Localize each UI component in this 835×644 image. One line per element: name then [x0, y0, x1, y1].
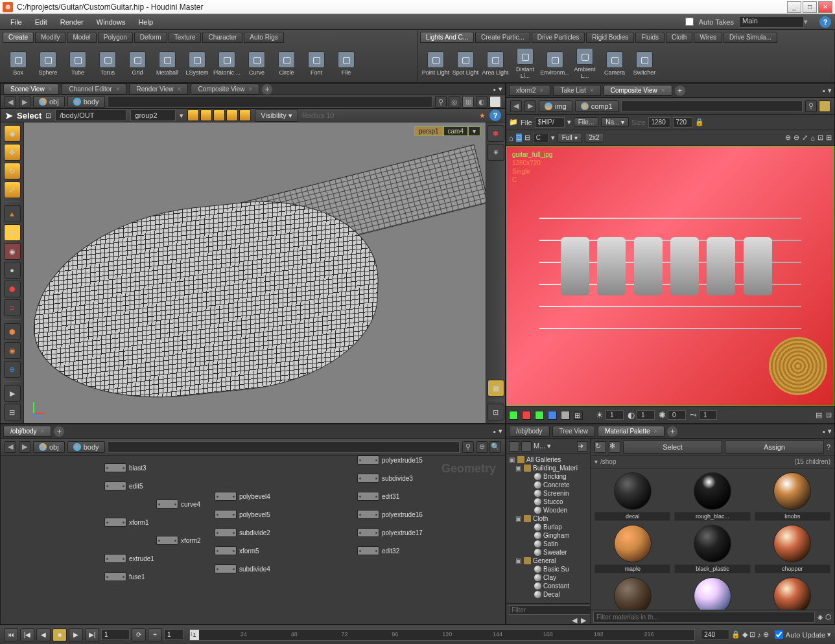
layout-icon[interactable]: ▦ — [488, 380, 504, 397]
render-icon[interactable]: ▶ — [4, 385, 21, 402]
tree-item[interactable]: Bricking — [506, 472, 590, 481]
timeline[interactable]: 1 124487296120144168192216 — [189, 629, 695, 641]
shelf-tool[interactable]: ▢LSystem — [183, 47, 211, 80]
stop-button[interactable]: ■ — [53, 628, 67, 641]
add-tab-button[interactable]: + — [675, 86, 685, 96]
shelf-tool[interactable]: ▢Font — [302, 47, 331, 80]
crumb-obj[interactable]: obj — [33, 96, 65, 108]
pin-icon[interactable]: ⚲ — [462, 441, 474, 453]
tree-item[interactable]: Wooden — [506, 506, 590, 514]
snap-icon[interactable]: ⬣ — [4, 281, 21, 297]
zoom-icon[interactable]: ⊡ — [516, 133, 522, 142]
contrast-field[interactable]: 1 — [637, 410, 655, 420]
swatch-more[interactable]: ⊞ — [574, 411, 583, 420]
shelf-tool[interactable]: ▢Grid — [123, 47, 152, 80]
crumb-body[interactable]: body — [67, 96, 105, 108]
tree-item[interactable]: Sweater — [506, 548, 590, 557]
tab-obj-body[interactable]: /obj/body — [509, 426, 550, 437]
material-filter-input[interactable] — [593, 612, 815, 623]
tab-take-list[interactable]: Take List× — [553, 85, 600, 96]
network-node[interactable]: subdivide3 — [357, 474, 413, 483]
group-menu-icon[interactable]: ▾ — [180, 111, 183, 120]
menu-edit[interactable]: Edit — [29, 16, 54, 28]
up-arrow-icon[interactable]: ▲ — [4, 205, 21, 222]
shelf-tab[interactable]: Rigid Bodies — [586, 32, 634, 43]
tab-channel-editor[interactable]: Channel Editor× — [62, 84, 126, 95]
tree-item[interactable]: Burlap — [506, 523, 590, 531]
lighting-icon[interactable]: ☀ — [488, 144, 504, 161]
magnet-icon[interactable]: ⊃ — [4, 299, 21, 316]
menu-help[interactable]: Help — [132, 16, 159, 28]
tree-item[interactable]: Constant — [506, 582, 590, 590]
forward-icon[interactable]: ▶ — [19, 441, 30, 453]
swatch-blue[interactable] — [548, 411, 557, 420]
tree-item[interactable]: Screenin — [506, 489, 590, 498]
ghost-icon[interactable]: ◎ — [449, 96, 460, 108]
shelf-tab[interactable]: Polygon — [98, 32, 133, 43]
pin-icon[interactable]: ⚲ — [435, 96, 447, 108]
shelf-tool[interactable]: ▢Environm... — [541, 47, 569, 80]
start-frame-field[interactable]: 1 — [101, 629, 130, 640]
opt-icon-3[interactable]: ⤢ — [802, 133, 808, 142]
white-swatch[interactable] — [489, 96, 501, 108]
tree-item[interactable]: Basic Su — [506, 565, 590, 573]
gamma-field[interactable]: 0 — [668, 410, 686, 420]
shelf-tool[interactable]: ▢Area Light — [481, 47, 510, 80]
take-menu-icon[interactable]: ▾ — [804, 17, 814, 26]
mat-box-icon[interactable]: ◈ — [817, 613, 823, 621]
swatch-alpha[interactable] — [561, 411, 570, 420]
na-dropdown[interactable]: Na... ▾ — [601, 117, 629, 127]
file-menu-label[interactable]: File — [521, 119, 532, 126]
material-cell[interactable]: black_plastic — [674, 525, 750, 573]
prev-key-button[interactable]: |◀ — [20, 628, 34, 641]
pane-menu-icon[interactable]: ▾ — [828, 427, 832, 435]
move-tool-icon[interactable]: ✥ — [4, 144, 21, 161]
select-tool-icon[interactable]: ➤ — [4, 224, 21, 241]
pane-menu-icon[interactable]: ▾ — [828, 86, 832, 95]
tree-item[interactable]: Decal — [506, 590, 590, 599]
chan-menu[interactable]: ▾ — [551, 133, 555, 142]
crumb-comp1[interactable]: comp1 — [575, 100, 618, 112]
tree-group[interactable]: ▣General — [506, 557, 590, 565]
grid-2x2[interactable]: 2x2 — [585, 133, 604, 143]
first-frame-button[interactable]: ⏮ — [4, 628, 18, 641]
visibility-dropdown[interactable]: Visibility ▾ — [255, 109, 298, 122]
tab-tree-view[interactable]: Tree View — [552, 426, 595, 437]
network-node[interactable]: xform1 — [104, 518, 149, 527]
menu-file[interactable]: File — [4, 16, 29, 28]
shop-path[interactable]: /shop — [600, 458, 616, 465]
opt-icon-5[interactable]: ⊡ — [817, 133, 823, 142]
expand-icon[interactable]: ▾ — [594, 458, 598, 465]
network-node[interactable]: extrude1 — [104, 554, 154, 563]
link-icon[interactable]: ⊞ — [819, 100, 830, 112]
tab-render-view[interactable]: Render View× — [129, 84, 188, 95]
update-menu-icon[interactable]: ▾ — [827, 630, 831, 639]
wireframe-icon[interactable]: ⊞ — [462, 96, 474, 108]
play-button[interactable]: ▶ — [69, 628, 83, 641]
handle-icon[interactable]: ⊕ — [4, 361, 21, 378]
shelf-tab[interactable]: Lights And C... — [420, 32, 474, 43]
view-tool-icon[interactable]: ◆ — [4, 125, 21, 142]
tab-material-palette[interactable]: Material Palette× — [598, 426, 664, 437]
browse-icon[interactable]: ▾ — [567, 118, 571, 126]
shelf-tab[interactable]: Texture — [169, 32, 202, 43]
add-tab-button[interactable]: + — [667, 426, 677, 437]
step-icon[interactable]: ÷ — [148, 628, 162, 641]
sop-selector-icon[interactable]: ⊡ — [45, 111, 51, 120]
scroll-left-icon[interactable]: ◀ — [572, 616, 580, 623]
brush-icon[interactable]: ● — [4, 262, 21, 279]
rotate-tool-icon[interactable]: ↻ — [4, 163, 21, 179]
material-cell[interactable]: rough_blac... — [674, 472, 750, 521]
lock-icon[interactable]: 🔒 — [695, 118, 704, 126]
tree-item[interactable]: Stucco — [506, 498, 590, 506]
add-tab-button[interactable]: + — [262, 84, 272, 95]
network-node[interactable]: edit5 — [104, 481, 143, 490]
shelf-tab[interactable]: Drive Simula... — [723, 32, 777, 43]
find-icon[interactable]: 🔍 — [489, 441, 501, 453]
auto-takes-toggle[interactable]: Auto Takes — [685, 17, 734, 26]
tree-item[interactable]: Gingham — [506, 531, 590, 540]
tab-xform2[interactable]: xform2× — [509, 85, 550, 96]
material-cell[interactable]: knobs — [755, 472, 830, 521]
expose-icon[interactable]: ⊕ — [476, 441, 488, 453]
network-node[interactable]: polyextrude16 — [357, 510, 423, 519]
